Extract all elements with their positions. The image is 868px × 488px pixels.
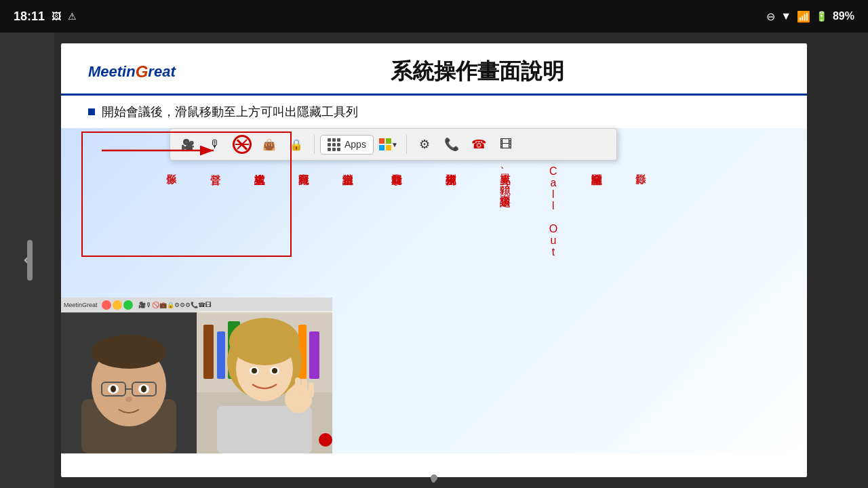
- svg-rect-21: [309, 331, 319, 379]
- do-not-disturb-icon: ⊖: [766, 10, 775, 23]
- svg-rect-32: [302, 379, 307, 396]
- gear-button[interactable]: ⚙: [412, 132, 437, 157]
- svg-rect-22: [217, 406, 312, 453]
- slide-content: 🎥 🎙 👜 🔒: [61, 128, 807, 453]
- image-icon: 🖼: [52, 11, 61, 22]
- windows-button[interactable]: ▼: [376, 132, 401, 157]
- apps-button[interactable]: Apps: [320, 135, 374, 155]
- label-text-8: 麥克風、鏡頭、名稱設定: [498, 165, 513, 187]
- svg-rect-17: [217, 331, 225, 379]
- mini-minimize-btn[interactable]: [113, 300, 122, 310]
- status-right: ⊖ ▼ 📶 🔋 89%: [766, 10, 854, 23]
- label-col-6: 資料分享功能: [370, 165, 424, 258]
- toolbar-divider-2: [406, 135, 407, 154]
- svg-point-25: [229, 318, 300, 365]
- bullet-text: 開始會議後，滑鼠移動至上方可叫出隱藏工具列: [102, 104, 358, 120]
- video-area: MeetinGreat 🎥🎙🚫💼🔒⚙⚙⚙📞☎🎞: [61, 298, 332, 453]
- svg-point-13: [125, 396, 132, 402]
- mini-maximize-btn[interactable]: [123, 300, 133, 310]
- svg-rect-33: [309, 382, 314, 397]
- label-text-9: Call Out: [546, 165, 560, 258]
- scroll-handle: [27, 240, 33, 281]
- svg-point-11: [111, 386, 116, 392]
- film-button[interactable]: 🎞: [494, 132, 518, 157]
- label-col-8: 麥克風、鏡頭、名稱設定: [478, 165, 532, 258]
- red-outline-box: [81, 131, 292, 257]
- label-col-11: 錄影: [620, 165, 661, 258]
- video-person-left: [61, 311, 197, 453]
- label-col-5: 會議室上鎖: [326, 165, 370, 258]
- phone-red-button[interactable]: ☎: [467, 132, 491, 157]
- label-col-10: 離開會議室: [573, 165, 620, 258]
- status-left: 18:11 🖼 ⚠: [14, 9, 77, 24]
- gear-icon: ⚙: [419, 137, 430, 152]
- person-left-svg: [61, 311, 197, 453]
- phone-green-icon: 📞: [444, 137, 459, 152]
- time: 18:11: [14, 9, 45, 24]
- back-button[interactable]: [0, 33, 54, 488]
- main-area: MeetinGreat 系統操作畫面說明 開始會議後，滑鼠移動至上方可叫出隱藏工…: [0, 33, 868, 488]
- logo: MeetinGreat: [88, 62, 176, 81]
- phone-red-icon: ☎: [471, 137, 486, 152]
- status-bar: 18:11 🖼 ⚠ ⊖ ▼ 📶 🔋 89%: [0, 0, 868, 33]
- person-right-svg: [197, 311, 332, 453]
- label-col-7: 視窗排列模式: [424, 165, 478, 258]
- wifi-icon: ▼: [781, 10, 791, 22]
- grid-icon: [328, 138, 340, 151]
- scroll-indicator: ●: [431, 474, 437, 481]
- windows-icon: [379, 138, 391, 150]
- red-dot: [319, 433, 332, 447]
- slide-container: MeetinGreat 系統操作畫面說明 開始會議後，滑鼠移動至上方可叫出隱藏工…: [61, 43, 807, 477]
- alert-icon: ⚠: [68, 11, 77, 22]
- toolbar-divider-1: [314, 135, 315, 154]
- signal-icon: 📶: [797, 10, 810, 23]
- svg-point-29: [272, 368, 277, 373]
- apps-label: Apps: [344, 139, 366, 150]
- lock-icon: 🔒: [290, 138, 303, 151]
- slide-title: 系統操作畫面說明: [176, 57, 780, 87]
- slide-bullet: 開始會議後，滑鼠移動至上方可叫出隱藏工具列: [61, 96, 807, 128]
- bullet-icon: [88, 108, 95, 115]
- mini-close-btn[interactable]: [102, 300, 111, 310]
- svg-point-5: [92, 335, 166, 369]
- svg-point-12: [141, 386, 146, 392]
- slide-header: MeetinGreat 系統操作畫面說明: [61, 43, 807, 96]
- svg-rect-34: [295, 378, 300, 391]
- video-person-right: [197, 311, 332, 453]
- mini-toolbar: MeetinGreat 🎥🎙🚫💼🔒⚙⚙⚙📞☎🎞: [61, 298, 332, 312]
- phone-green-button[interactable]: 📞: [439, 132, 464, 157]
- svg-rect-16: [203, 325, 214, 379]
- battery-percent: 89%: [833, 10, 854, 22]
- label-col-9: Call Out: [532, 165, 573, 258]
- film-icon: 🎞: [500, 138, 512, 152]
- svg-point-28: [252, 368, 257, 373]
- battery-icon: 🔋: [816, 11, 827, 22]
